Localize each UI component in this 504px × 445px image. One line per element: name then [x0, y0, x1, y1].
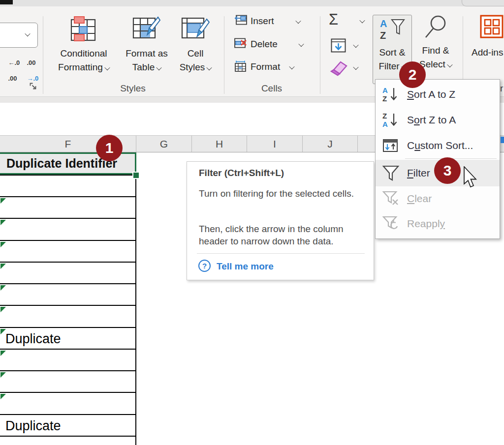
menu-item-sort-z-to-a[interactable]: Z A Sort Z to A [376, 107, 500, 133]
badge-number: 3 [443, 162, 452, 179]
table-row[interactable] [0, 196, 136, 218]
tell-me-more-link[interactable]: Tell me more [217, 261, 274, 272]
number-format-combobox[interactable] [0, 23, 38, 48]
step-badge-1: 1 [96, 135, 123, 161]
svg-text:A: A [382, 86, 388, 94]
sort-filter-label: Sort & [379, 47, 406, 58]
add-ins-button[interactable] [480, 15, 504, 40]
column-header-i[interactable]: I [247, 136, 303, 152]
error-indicator-triangle-icon [0, 198, 6, 204]
table-row[interactable] [0, 175, 136, 196]
conditional-formatting-label: Conditional [60, 48, 107, 59]
menu-item-label: Custom Sort... [407, 140, 473, 151]
svg-text:Z: Z [382, 94, 387, 103]
clear-button[interactable] [329, 59, 347, 78]
table-row[interactable] [0, 392, 136, 414]
table-row[interactable] [0, 436, 136, 445]
format-label: Format [251, 60, 280, 74]
table-row[interactable]: Duplicate [0, 414, 136, 436]
error-indicator-triangle-icon [0, 285, 6, 291]
cell-styles-icon [181, 16, 210, 43]
table-row[interactable] [0, 262, 136, 283]
fill-button[interactable] [331, 38, 346, 55]
insert-button[interactable] [234, 15, 247, 27]
format-button[interactable] [234, 60, 247, 74]
column-header-j[interactable]: J [303, 136, 358, 152]
excel-window: ←.0 .00 .00 →.0 Conditional Formatting [0, 0, 504, 445]
mouse-cursor-icon [463, 166, 480, 191]
cell-styles-button[interactable]: Cell Styles [173, 16, 218, 74]
menu-item-label: Reapply [407, 218, 445, 230]
insert-label: Insert [251, 14, 274, 28]
conditional-formatting-icon [70, 16, 97, 43]
increase-decimal-button[interactable]: ←.0 .00 [1, 51, 20, 90]
error-indicator-triangle-icon [0, 351, 6, 356]
fill-handle[interactable] [132, 172, 140, 179]
menu-item-reapply[interactable]: Reapply [376, 211, 500, 237]
tooltip-paragraph: Then, click the arrow in the column head… [199, 223, 369, 247]
error-indicator-triangle-icon [0, 394, 6, 399]
format-as-table-icon [132, 16, 161, 43]
increase-decimal-icon: ←.0 [8, 59, 20, 66]
sort-filter-label2: Filter [378, 61, 399, 71]
header-edge-fragment [501, 137, 504, 143]
cell-text: Duplicate [5, 418, 61, 434]
column-header-h[interactable]: H [192, 136, 247, 152]
delete-label: Delete [251, 37, 278, 51]
group-separator [224, 16, 224, 94]
increase-decimal-icon-line2: .00 [8, 75, 17, 82]
find-select-button[interactable]: Find & Select [417, 15, 454, 71]
filter-icon [381, 165, 400, 181]
column-header-g[interactable]: G [136, 136, 192, 152]
menu-item-label: Filter [407, 167, 430, 179]
chevron-down-icon [157, 65, 162, 70]
conditional-formatting-label2: Formatting [58, 62, 103, 72]
table-row[interactable]: Duplicate [0, 327, 136, 349]
help-icon: ? [198, 259, 211, 274]
delete-button[interactable] [234, 38, 247, 50]
styles-group-label: Styles [113, 83, 153, 94]
title-bar-fragment [0, 0, 13, 4]
table-row[interactable] [0, 305, 136, 327]
menu-item-label: Sort A to Z [407, 89, 455, 100]
sort-filter-dropdown-menu: A Z Sort A to Z Z A Sort Z to A [375, 79, 500, 239]
tooltip-paragraph: Turn on filtering for the selected cells… [199, 187, 369, 200]
table-row[interactable] [0, 218, 136, 240]
error-indicator-triangle-icon [0, 329, 6, 334]
svg-text:A: A [382, 120, 388, 128]
table-row[interactable] [0, 283, 136, 305]
decrease-decimal-icon-line2: →.0 [27, 75, 38, 82]
insert-cells-icon [234, 15, 247, 25]
number-dialog-launcher[interactable] [30, 83, 38, 93]
format-as-table-button[interactable]: Format as Table [122, 16, 171, 74]
autosum-button[interactable]: Σ [329, 11, 338, 29]
group-separator [320, 16, 320, 94]
menu-item-custom-sort[interactable]: Custom Sort... [376, 133, 500, 158]
cells-group-label: Cells [252, 83, 291, 94]
eraser-icon [329, 59, 347, 76]
chevron-down-icon [447, 62, 452, 67]
group-separator [43, 16, 43, 94]
svg-text:Z: Z [380, 30, 386, 41]
error-indicator-triangle-icon [0, 220, 6, 225]
sort-z-to-a-icon: Z A [381, 112, 400, 128]
format-as-table-label: Format as [126, 48, 168, 59]
cell-styles-label: Cell [188, 48, 204, 59]
custom-sort-icon [381, 137, 400, 154]
selected-cell-text: Duplicate Identifier [6, 156, 117, 171]
add-ins-label: Add-ins [472, 46, 503, 59]
table-row[interactable] [0, 349, 136, 370]
decrease-decimal-icon: .00 [27, 59, 35, 66]
menu-item-label: Clear [407, 193, 432, 205]
filter-tooltip: Filter (Ctrl+Shift+L) Turn on filtering … [187, 161, 374, 280]
error-indicator-triangle-icon [0, 264, 6, 269]
table-row[interactable] [0, 240, 136, 262]
conditional-formatting-button[interactable]: Conditional Formatting [56, 16, 112, 74]
format-cells-icon [234, 60, 247, 72]
menu-item-clear[interactable]: Clear [376, 186, 500, 211]
table-row[interactable] [0, 370, 136, 392]
ribbon-edge-fragment: r [500, 83, 503, 94]
error-indicator-triangle-icon [0, 242, 6, 247]
menu-item-sort-a-to-z[interactable]: A Z Sort A to Z [376, 82, 500, 107]
sort-filter-icon: A Z [379, 18, 405, 43]
